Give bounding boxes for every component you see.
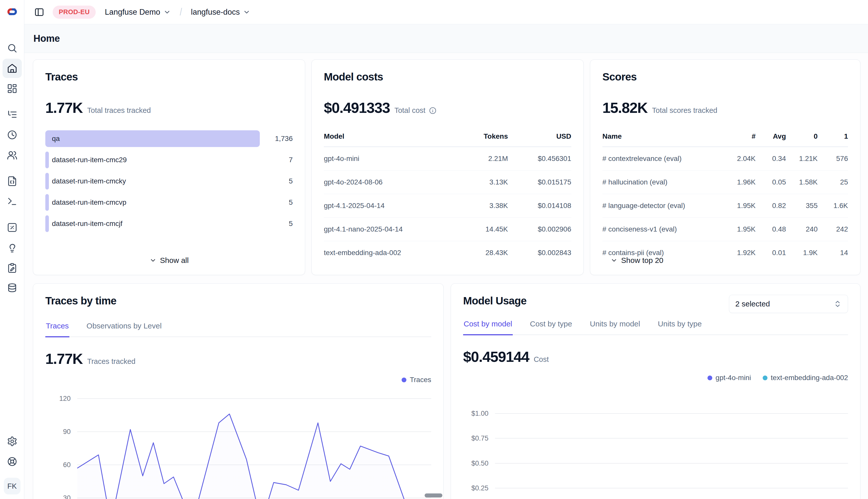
users-icon (7, 150, 17, 160)
trace-bar-row[interactable]: qa 1,736 (45, 130, 293, 147)
sidebar-item-support[interactable] (2, 452, 22, 471)
project-name: langfuse-docs (191, 8, 240, 17)
legend-item-gpt-4o-mini[interactable]: gpt-4o-mini (708, 374, 751, 382)
info-icon[interactable] (429, 107, 437, 114)
area-chart-traces (77, 381, 431, 499)
trace-bar-row[interactable]: dataset-run-item-cmcvp 5 (45, 194, 293, 211)
model-costs-card: Model costs $0.491333 Total cost Model T… (311, 60, 584, 275)
tab-cost-by-model[interactable]: Cost by model (463, 320, 513, 335)
sidebar-item-evaluators[interactable] (2, 218, 22, 237)
usage-cost-label: Cost (534, 355, 549, 364)
score-one: 14 (818, 249, 848, 257)
page-header: Home (24, 24, 868, 53)
scores-table: Name # Avg 0 1 # contextrelevance (eval)… (602, 128, 848, 265)
model-select-value: 2 selected (735, 300, 834, 308)
show-top-20-button[interactable]: Show top 20 (610, 256, 663, 265)
score-count: 1.95K (715, 225, 756, 233)
org-switcher[interactable]: Langfuse Demo (105, 8, 171, 17)
clock-icon (7, 130, 17, 140)
usd-value: $0.002906 (508, 225, 571, 233)
chevron-down-icon (150, 257, 156, 264)
tab-cost-by-type[interactable]: Cost by type (530, 320, 573, 335)
legend-item-text-embedding-ada-002[interactable]: text-embedding-ada-002 (763, 374, 848, 382)
show-all-label: Show all (160, 256, 189, 265)
score-count: 1.96K (715, 178, 756, 186)
traces-card: Traces 1.77K Total traces tracked qa 1,7… (33, 60, 305, 275)
score-zero: 1.9K (786, 249, 818, 257)
langfuse-home-page: FK PROD-EU Langfuse Demo / langfuse-docs… (0, 0, 868, 499)
usd-value: $0.014108 (508, 202, 571, 210)
sidebar-item-settings[interactable] (2, 432, 22, 451)
card-title: Traces (45, 71, 293, 83)
bar-label: dataset-run-item-cmcvp (52, 194, 126, 211)
show-all-button[interactable]: Show all (150, 256, 189, 265)
sidebar-item-search[interactable] (2, 38, 22, 58)
file-json-icon (7, 176, 17, 186)
dashboard-icon (7, 83, 17, 94)
environment-badge: PROD-EU (53, 5, 96, 19)
usage-cost-number: $0.459144 (463, 348, 529, 365)
bar-label: dataset-run-item-cmcjf (52, 215, 122, 232)
y-axis-tick: 60 (45, 461, 77, 469)
score-zero: 355 (786, 202, 818, 210)
show-top-20-label: Show top 20 (621, 256, 663, 265)
scores-card: Scores 15.82K Total scores tracked Name … (590, 60, 860, 275)
chevron-down-icon (243, 8, 250, 16)
y-axis-tick: $0.25 (463, 484, 495, 492)
tokens-value: 14.45K (445, 225, 508, 233)
lifebuoy-icon (7, 456, 17, 467)
sidebar-item-sessions[interactable] (2, 125, 22, 145)
tab-observations-by-level[interactable]: Observations by Level (86, 321, 162, 337)
project-switcher[interactable]: langfuse-docs (191, 8, 250, 17)
bar-value: 7 (260, 156, 293, 164)
sidebar-item-playground[interactable] (2, 192, 22, 211)
traces-by-time-card: Traces by time Traces Observations by Le… (33, 283, 444, 499)
sidebar-item-users[interactable] (2, 146, 22, 165)
tab-units-by-type[interactable]: Units by type (657, 320, 702, 335)
sidebar-item-prompts[interactable] (2, 172, 22, 191)
org-name: Langfuse Demo (105, 8, 160, 17)
trace-bar-row[interactable]: dataset-run-item-cmc29 7 (45, 151, 293, 168)
lightbulb-icon (7, 242, 17, 253)
traces-bar-list: qa 1,736 dataset-run-item-cmc29 7 datase… (45, 130, 293, 232)
trace-bar-row[interactable]: dataset-run-item-cmcky 5 (45, 173, 293, 190)
sidebar-item-insights[interactable] (2, 238, 22, 257)
breadcrumb-separator: / (180, 6, 182, 18)
col-name: Name (602, 132, 715, 141)
score-name: # conciseness-v1 (eval) (602, 225, 715, 233)
tab-units-by-model[interactable]: Units by model (590, 320, 641, 335)
tab-traces[interactable]: Traces (45, 321, 69, 337)
traces-total: 1.77K (45, 99, 83, 116)
database-icon (7, 283, 17, 293)
search-icon (7, 43, 17, 53)
sidebar-item-datasets[interactable] (2, 279, 22, 298)
user-avatar[interactable]: FK (4, 478, 21, 495)
col-one: 1 (818, 132, 848, 141)
score-name: # contextrelevance (eval) (602, 155, 715, 163)
score-name: # contains-pii (eval) (602, 249, 715, 257)
topbar: PROD-EU Langfuse Demo / langfuse-docs (24, 0, 868, 24)
chevron-down-icon (610, 257, 618, 264)
score-count: 1.95K (715, 202, 756, 210)
model-select-dropdown[interactable]: 2 selected (729, 295, 848, 313)
horizontal-scrollbar-thumb[interactable] (425, 494, 442, 498)
y-axis-tick: $0.50 (463, 460, 495, 467)
sidebar-item-tracing[interactable] (2, 105, 22, 124)
sidebar-item-home[interactable] (2, 59, 22, 78)
y-axis-tick: 120 (45, 395, 77, 403)
sidebar-toggle-button[interactable] (33, 6, 45, 18)
col-tokens: Tokens (445, 132, 508, 141)
usd-value: $0.002843 (508, 249, 571, 257)
model-name: gpt-4o-mini (324, 155, 445, 163)
sidebar-item-annotation[interactable] (2, 258, 22, 278)
langfuse-logo-icon[interactable] (5, 5, 19, 19)
score-avg: 0.01 (756, 249, 786, 257)
bar-label: qa (52, 130, 60, 147)
tokens-value: 2.21M (445, 155, 508, 163)
score-name: # hallucination (eval) (602, 178, 715, 186)
gear-icon (7, 436, 17, 447)
trace-bar-row[interactable]: dataset-run-item-cmcjf 5 (45, 215, 293, 232)
sidebar-item-dashboards[interactable] (2, 79, 22, 98)
card-title: Model Usage (463, 295, 526, 307)
sidebar: FK (0, 0, 24, 499)
